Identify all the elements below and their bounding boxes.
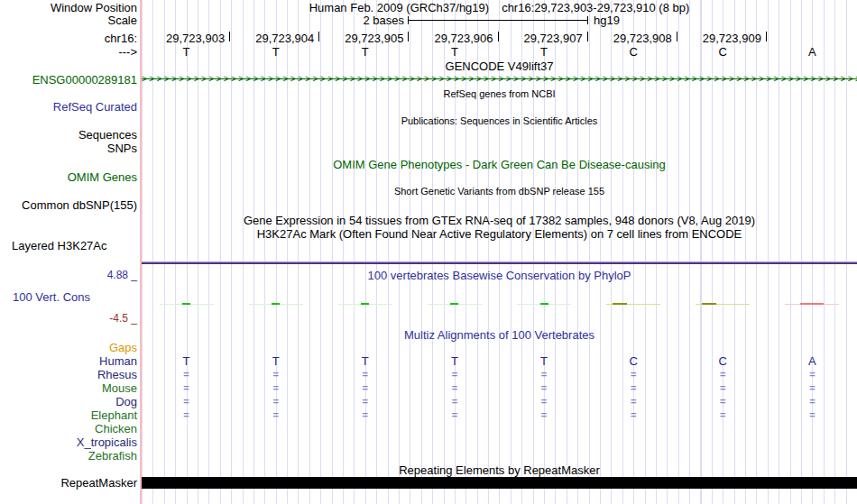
scale-value: 2 bases [142,14,404,26]
alignment-match-mark: = [410,395,499,408]
phylop-max-value: 4.88 _ [0,270,137,281]
species-label-elephant[interactable]: Elephant [0,408,137,422]
coordinate-label: 29,723,908 [589,32,672,44]
alignment-match-mark: = [410,381,499,395]
repeatmasker-item-bar[interactable] [142,477,857,489]
scale-label: Scale [0,14,137,26]
base-letter: T [500,46,589,58]
track-title-gtex[interactable]: Gene Expression in 54 tissues from GTEx … [142,215,857,226]
track-title-h3k27ac[interactable]: H3K27Ac Mark (Often Found Near Active Re… [142,228,857,240]
alignment-match-mark: = [231,408,320,422]
alignment-match-mark: = [589,395,678,408]
assembly-title: Human Feb. 2009 (GRCh37/hg19) [309,2,489,14]
coordinate-tick [229,32,230,41]
coordinate-label: 29,723,909 [678,32,761,44]
chromosome-label: chr16: [0,32,137,44]
conservation-label[interactable]: 100 Vert. Cons [13,291,90,303]
alignment-base: C [678,354,768,368]
phylop-tick [800,303,824,305]
phylop-tick [702,303,716,305]
species-label-x_tropicalis[interactable]: X_tropicalis [0,435,137,449]
header-title: Human Feb. 2009 (GRCh37/hg19)chr16:29,72… [142,2,857,14]
scale-bar [408,20,588,21]
alignment-match-mark: = [768,408,857,422]
repeatmasker-label[interactable]: RepeatMasker [0,477,137,489]
coordinate-tick [766,32,767,41]
phylop-tick [450,303,458,305]
alignment-match-mark: = [589,381,678,395]
alignment-match-mark: = [142,368,231,381]
species-label-human[interactable]: Human [0,354,137,368]
h3k27ac-signal-bar [142,261,857,264]
coordinate-tick [677,32,677,41]
base-letter: T [320,46,410,58]
alignment-base: T [320,354,410,368]
alignment-match-mark: = [500,395,589,408]
position-range-title: chr16:29,723,903-29,723,910 (8 bp) [502,2,689,14]
alignment-match-mark: = [500,368,589,381]
scale-bar-left-tick [408,16,409,24]
alignment-match-mark: = [320,368,410,381]
track-title-dbsnp[interactable]: Short Genetic Variants from dbSNP releas… [142,187,857,197]
base-letter: T [231,46,320,58]
phylop-tick [272,303,280,305]
alignment-match-mark: = [500,381,589,395]
alignment-match-mark: = [678,381,768,395]
alignment-base: C [589,354,678,368]
alignment-match-mark: = [320,395,410,408]
alignment-match-mark: = [320,381,410,395]
track-title-publications[interactable]: Publications: Sequences in Scientific Ar… [142,116,857,126]
publications-label-line1: Sequences [0,129,137,141]
gene-strand-arrows[interactable]: >>>>>>>>>>>>>>>>>>>>>>>>>>>>>>>>>>>>>>>>… [142,74,857,85]
coordinate-tick [498,32,499,41]
coordinate-label: 29,723,905 [320,32,403,44]
species-label-chicken[interactable]: Chicken [0,422,137,435]
dbsnp-label[interactable]: Common dbSNP(155) [0,199,137,211]
window-position-label: Window Position [0,2,137,14]
omim-genes-label[interactable]: OMIM Genes [0,171,137,183]
phylop-tick [361,303,369,305]
alignment-match-mark: = [142,381,231,395]
h3k27ac-label[interactable]: Layered H3K27Ac [12,240,107,252]
scale-bar-right-tick [587,16,588,24]
strand-direction-label: ---> [0,46,137,58]
track-title-phylop[interactable]: 100 vertebrates Basewise Conservation by… [142,270,857,281]
alignment-match-mark: = [589,408,678,422]
track-title-omim[interactable]: OMIM Gene Phenotypes - Dark Green Can Be… [142,159,857,170]
species-label-zebrafish[interactable]: Zebrafish [0,449,137,463]
alignment-match-mark: = [231,395,320,408]
alignment-base: T [410,354,499,368]
track-title-repeatmasker[interactable]: Repeating Elements by RepeatMasker [142,464,857,476]
genome-browser-image: Window Position Human Feb. 2009 (GRCh37/… [0,0,857,504]
coordinate-label: 29,723,907 [500,32,583,44]
track-title-refseq[interactable]: RefSeq genes from NCBI [142,89,857,99]
species-label-dog[interactable]: Dog [0,395,137,408]
alignment-match-mark: = [231,381,320,395]
coordinate-tick [318,32,319,41]
alignment-match-mark: = [500,408,589,422]
alignment-match-mark: = [320,408,410,422]
alignment-match-mark: = [410,368,499,381]
track-title-multiz[interactable]: Multiz Alignments of 100 Vertebrates [142,329,857,341]
alignment-match-mark: = [768,381,857,395]
coordinate-tick [408,32,409,41]
alignment-match-mark: = [678,368,768,381]
alignment-base: T [231,354,320,368]
publications-label-line2: SNPs [0,142,137,154]
alignment-match-mark: = [768,368,857,381]
alignment-match-mark: = [589,368,678,381]
phylop-min-value: -4.5 _ [0,313,137,325]
refseq-curated-label[interactable]: RefSeq Curated [0,101,137,113]
species-label-mouse[interactable]: Mouse [0,381,137,395]
coordinate-tick [587,32,588,41]
alignment-base: A [768,354,857,368]
gene-id-label[interactable]: ENSG00000289181 [0,74,137,86]
base-letter: T [410,46,499,58]
track-title-gencode[interactable]: GENCODE V49lift37 [142,60,857,72]
alignment-match-mark: = [231,368,320,381]
species-label-rhesus[interactable]: Rhesus [0,368,137,381]
alignment-match-mark: = [678,395,768,408]
alignment-match-mark: = [142,395,231,408]
coordinate-label: 29,723,906 [410,32,493,44]
gaps-label: Gaps [0,341,137,354]
